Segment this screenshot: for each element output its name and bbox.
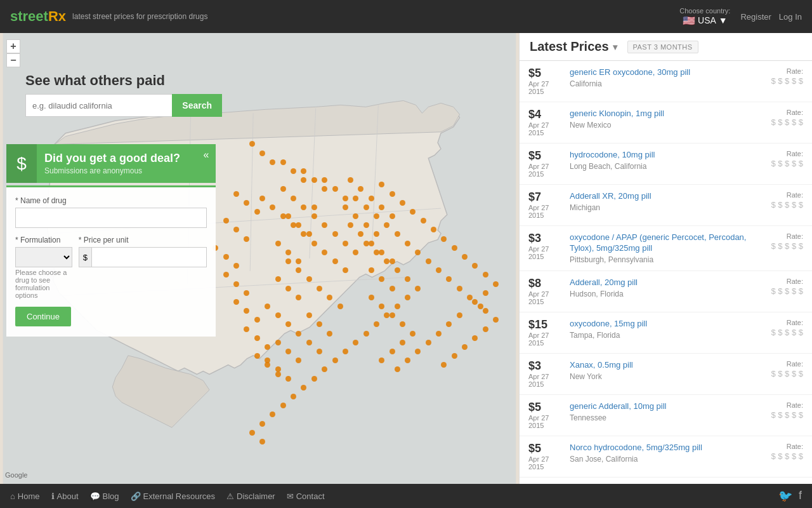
price-item[interactable]: $15 Apr 272015 oxycodone, 15mg pill Tamp… [520, 312, 812, 354]
footer-home-label: Home [18, 491, 40, 501]
map-dot [353, 340, 358, 345]
deal-content: Did you get a good deal? Submissions are… [37, 144, 197, 183]
twitter-icon[interactable]: 🐦 [778, 489, 792, 503]
map-dot [285, 376, 291, 382]
header-nav: Register Log In [740, 12, 802, 22]
facebook-icon[interactable]: f [799, 489, 802, 503]
formulation-select[interactable] [15, 247, 72, 267]
price-info: oxycodone / APAP (generic Percocet, Perc… [570, 232, 771, 264]
map-dot [285, 258, 291, 264]
map-dot [259, 150, 265, 156]
logo-rx: Rx [48, 8, 66, 24]
search-button[interactable]: Search [172, 94, 222, 117]
price-item[interactable]: $8 Apr 272015 Adderall, 20mg pill Hudson… [520, 271, 812, 312]
map-dot [259, 439, 265, 444]
footer-external-link[interactable]: 🔗 External Resources [131, 491, 215, 501]
drug-name-link[interactable]: generic Klonopin, 1mg pill [570, 109, 771, 119]
price-rate: Rate: $ $ $ $ $ [771, 67, 803, 86]
deal-close-button[interactable]: « [197, 144, 216, 183]
map-dot [379, 204, 384, 210]
price-amount: $5 [528, 67, 570, 79]
drug-name-link[interactable]: oxycodone, 15mg pill [570, 319, 771, 330]
map-dot [390, 349, 395, 354]
map-dot [275, 241, 281, 246]
drug-name-link[interactable]: Xanax, 0.5mg pill [570, 360, 771, 371]
map-dot [379, 250, 384, 255]
map-dot [363, 331, 369, 337]
rate-label: Rate: [771, 277, 803, 285]
drug-name-link[interactable]: generic Adderall, 10mg pill [570, 401, 771, 412]
map-dot [254, 209, 260, 215]
drug-name-link[interactable]: generic ER oxycodone, 30mg pill [570, 67, 771, 78]
map-dot [363, 204, 369, 210]
footer-contact-link[interactable]: ✉ Contact [287, 491, 325, 501]
footer-home-link[interactable]: ⌂ Home [10, 491, 40, 501]
login-link[interactable]: Log In [779, 12, 802, 22]
price-item[interactable]: $4 Apr 272015 generic Klonopin, 1mg pill… [520, 102, 812, 144]
price-date: $4 Apr 272015 [528, 109, 570, 137]
footer-contact-label: Contact [296, 491, 325, 501]
map-dot [400, 200, 405, 206]
map-dot [285, 213, 291, 219]
rate-stars: $ $ $ $ $ [771, 410, 803, 420]
price-amount: $15 [528, 319, 570, 330]
footer-about-link[interactable]: ℹ About [51, 491, 79, 501]
map-dot [265, 344, 270, 350]
drug-name-input[interactable] [15, 208, 207, 228]
register-link[interactable]: Register [740, 12, 771, 22]
price-item[interactable]: $5 Apr 272015 generic ER oxycodone, 30mg… [520, 61, 812, 102]
zoom-in-button[interactable]: + [6, 39, 20, 53]
price-date-text: Apr 272015 [528, 373, 570, 388]
map-dot [306, 340, 312, 345]
drug-name-link[interactable]: Adderall, 20mg pill [570, 277, 771, 288]
price-item[interactable]: $3 Apr 272015 Xanax, 0.5mg pill New York… [520, 354, 812, 395]
map-dot [233, 191, 239, 197]
price-date-text: Apr 272015 [528, 163, 570, 178]
price-location: New York [570, 372, 771, 381]
price-date: $5 Apr 272015 [528, 401, 570, 429]
price-item[interactable]: $3 Apr 272015 oxycodone / APAP (generic … [520, 226, 812, 271]
drug-name-link[interactable]: hydrocodone, 10mg pill [570, 150, 771, 161]
map-dot [280, 159, 286, 165]
price-item[interactable]: $5 Apr 272015 hydrocodone, 10mg pill Lon… [520, 144, 812, 185]
country-name: USA [698, 15, 716, 25]
price-rate: Rate: $ $ $ $ $ [771, 232, 803, 251]
drug-name-link[interactable]: oxycodone / APAP (generic Percocet, Perc… [570, 232, 771, 254]
price-input[interactable] [92, 248, 206, 267]
continue-button[interactable]: Continue [15, 307, 71, 326]
price-item[interactable]: $5 Apr 272015 Norco hydrocodone, 5mg/325… [520, 436, 812, 478]
footer-disclaimer-link[interactable]: ⚠ Disclaimer [226, 491, 275, 501]
map-dot [452, 245, 457, 251]
footer-blog-link[interactable]: 💬 Blog [90, 491, 119, 501]
price-rate: Rate: $ $ $ $ $ [771, 277, 803, 296]
price-date: $7 Apr 272015 [528, 191, 570, 219]
site-tagline: latest street prices for prescription dr… [72, 12, 207, 21]
price-item[interactable]: $5 Apr 272015 generic Adderall, 10mg pil… [520, 395, 812, 436]
map-dot [462, 344, 468, 350]
price-item[interactable]: $5 Apr 272015 generic Adderall, 10mg pil… [520, 478, 812, 484]
zoom-out-button[interactable]: − [6, 53, 20, 67]
map-dot [332, 231, 338, 237]
price-info: Adderall XR, 20mg pill Michigan [570, 191, 771, 212]
price-date-text: Apr 272015 [528, 331, 570, 347]
price-date-text: Apr 272015 [528, 204, 570, 219]
latest-prices-dropdown[interactable]: Latest Prices ▾ [530, 39, 617, 54]
rate-label: Rate: [771, 232, 803, 240]
map-dot [223, 254, 229, 260]
map-dot [426, 340, 431, 345]
site-logo[interactable]: streetRx [10, 8, 66, 25]
map-dot [223, 272, 229, 277]
map-dot [369, 241, 374, 246]
country-button[interactable]: 🇺🇸 USA ▼ [683, 15, 728, 27]
search-input[interactable] [25, 94, 172, 117]
map-dot [353, 250, 358, 255]
price-item[interactable]: $7 Apr 272015 Adderall XR, 20mg pill Mic… [520, 185, 812, 226]
drug-name-link[interactable]: Adderall XR, 20mg pill [570, 191, 771, 202]
social-links: 🐦 f [778, 489, 802, 503]
footer-external-label: External Resources [143, 491, 215, 501]
footer-disclaimer-label: Disclaimer [237, 491, 275, 501]
map-zoom-controls: + − [6, 39, 20, 67]
drug-name-link[interactable]: Norco hydrocodone, 5mg/325mg pill [570, 443, 771, 453]
price-date: $5 Apr 272015 [528, 67, 570, 95]
country-selector[interactable]: Choose country: 🇺🇸 USA ▼ [679, 7, 730, 27]
